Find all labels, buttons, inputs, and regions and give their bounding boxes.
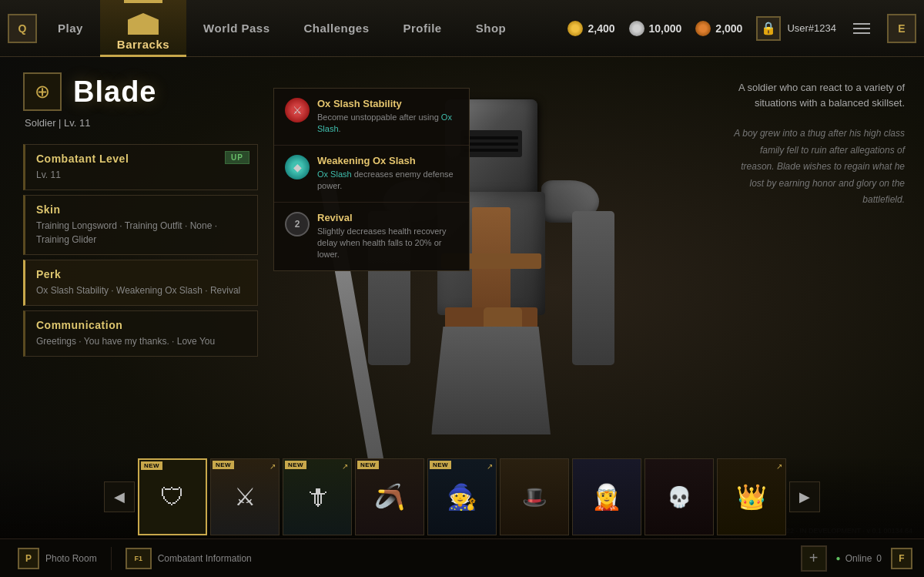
perk-tooltip: ⚔ Ox Slash Stability Become unstoppable … (273, 88, 470, 271)
perk-desc-3: Slightly decreases health recovery delay… (317, 226, 458, 261)
photo-room-action[interactable]: P Photo Room (4, 548, 111, 569)
perk-text-1: Ox Slash Stability Become unstoppable af… (317, 98, 458, 136)
perk-tooltip-item-1: ⚔ Ox Slash Stability Become unstoppable … (274, 89, 469, 146)
perk-tooltip-item-3: 2 Revival Slightly decreases health reco… (274, 203, 469, 270)
character-subtitle: Soldier | Lv. 11 (23, 117, 258, 129)
card-title: Combatant Level (36, 153, 246, 165)
character-description-short: A soldier who can react to a variety of … (728, 80, 905, 110)
bronze-icon (695, 21, 711, 36)
char-thumb-1[interactable]: ⚔ NEW ↗ (210, 458, 280, 535)
currency-bronze: 2,000 (695, 21, 742, 36)
char-thumb-8[interactable]: 👑 ↗ (717, 458, 786, 535)
user-icon: 🔒 (756, 16, 781, 41)
nav-item-worldpass[interactable]: World Pass (186, 0, 286, 57)
card-body: Lv. 11 (36, 168, 246, 182)
skin-card[interactable]: Skin Training Longsword · Training Outfi… (23, 195, 258, 255)
char-thumb-bg: 🗡 (283, 459, 351, 535)
p-key: P (18, 548, 39, 569)
nav-item-profile[interactable]: Profile (387, 0, 459, 57)
char-thumb-bg: 🧝 (573, 459, 641, 535)
f-key-button[interactable]: F (891, 548, 912, 569)
nav-item-shop[interactable]: Shop (459, 0, 524, 57)
char-thumb-bg: 👑 (718, 459, 785, 535)
add-button[interactable]: + (801, 545, 827, 572)
nav-item-challenges[interactable]: Challenges (287, 0, 387, 57)
perk-icon-grey: 2 (285, 212, 310, 237)
char-thumb-bg: 💀 (645, 459, 713, 535)
gold-icon (567, 21, 583, 36)
new-badge: NEW (213, 461, 234, 469)
up-badge: UP (225, 151, 249, 164)
nav-item-barracks[interactable]: Barracks (100, 0, 186, 57)
thumb-arrow: ↗ (487, 462, 493, 471)
nav-items: Play Barracks World Pass Challenges Prof… (41, 0, 567, 57)
card-title: Perk (36, 268, 246, 280)
perk-icon-teal: ◆ (285, 155, 310, 179)
communication-card[interactable]: Communication Greetings · You have my th… (23, 310, 258, 357)
char-thumb-bg: ⚔ (211, 459, 279, 535)
card-title: Skin (36, 203, 246, 216)
menu-line (853, 32, 870, 34)
user-info: 🔒 User#1234 (756, 16, 836, 41)
thumb-arrow: ↗ (776, 462, 782, 471)
combatant-level-card[interactable]: Combatant Level Lv. 11 UP (23, 144, 258, 190)
visor-slit (464, 143, 518, 146)
combatant-info-label: Combatant Information (158, 553, 252, 564)
char-thumb-4[interactable]: 🧙 NEW ↗ (427, 458, 497, 535)
perk-desc-2: Ox Slash decreases enemy defense power. (317, 169, 458, 193)
currency-gold: 2,400 (567, 21, 614, 36)
knight-arm-right (572, 211, 614, 365)
menu-line (853, 28, 870, 29)
perk-desc-1: Become unstoppable after using Ox Slash. (317, 112, 458, 136)
e-key-button[interactable]: E (887, 14, 916, 43)
character-description-long: A boy grew into a thug after his high cl… (728, 126, 905, 209)
online-status: ● Online 0 (836, 553, 882, 564)
f1-key: F1 (126, 548, 152, 569)
card-body: Greetings · You have my thanks. · Love Y… (36, 334, 246, 348)
bottom-right: + ● Online 0 F (801, 545, 924, 572)
perk-tooltip-item-2: ◆ Weakening Ox Slash Ox Slash decreases … (274, 146, 469, 203)
char-thumb-3[interactable]: 🪃 NEW (355, 458, 424, 535)
bottom-left-actions: P Photo Room F1 Combatant Information (0, 547, 266, 570)
perk-text-3: Revival Slightly decreases health recove… (317, 212, 458, 261)
bottom-bar: P Photo Room F1 Combatant Information + … (0, 538, 924, 577)
barracks-icon (128, 13, 159, 35)
perk-card[interactable]: Perk Ox Slash Stability · Weakening Ox S… (23, 260, 258, 306)
char-thumb-0[interactable]: 🛡 NEW (138, 458, 207, 535)
combatant-info-action[interactable]: F1 Combatant Information (112, 548, 266, 569)
char-thumb-bg: 🎩 (500, 459, 568, 535)
char-thumb-6[interactable]: 🧝 (572, 458, 641, 535)
char-thumb-bg: 🛡 (139, 460, 206, 534)
menu-button[interactable] (850, 20, 873, 37)
q-key-button[interactable]: Q (8, 14, 37, 43)
char-thumb-5[interactable]: 🎩 (500, 458, 569, 535)
visor-slit (464, 136, 518, 139)
top-navigation: Q Play Barracks World Pass Challenges Pr… (0, 0, 924, 57)
menu-line (853, 23, 870, 25)
char-thumb-bg: 🪃 (356, 459, 424, 535)
char-thumb-2[interactable]: 🗡 NEW ↗ (283, 458, 352, 535)
character-emblem (23, 72, 62, 111)
character-header: Blade (23, 72, 258, 111)
nav-right: 2,400 10,000 2,000 🔒 User#1234 (567, 16, 881, 41)
knight-visor-slits (464, 136, 518, 152)
knight-skirt (431, 327, 551, 434)
card-body: Training Longsword · Training Outfit · N… (36, 219, 246, 247)
visor-slit (464, 149, 518, 152)
currency-silver: 10,000 (629, 21, 682, 36)
card-body: Ox Slash Stability · Weakening Ox Slash … (36, 283, 246, 297)
online-dot: ● (836, 554, 841, 562)
character-name: Blade (73, 75, 156, 109)
character-strip: ◀ 🛡 NEW ⚔ NEW ↗ 🗡 NEW ↗ 🪃 NEW 🧙 NEW ↗ 🎩 … (0, 455, 924, 538)
char-strip-next[interactable]: ▶ (789, 481, 820, 512)
photo-room-label: Photo Room (45, 553, 97, 564)
perk-icon-red: ⚔ (285, 98, 310, 122)
new-badge: NEW (430, 461, 451, 469)
nav-item-play[interactable]: Play (41, 0, 100, 57)
thumb-arrow: ↗ (342, 462, 348, 471)
char-thumb-7[interactable]: 💀 (644, 458, 714, 535)
new-badge: NEW (285, 461, 306, 469)
new-badge: NEW (357, 461, 379, 469)
char-strip-prev[interactable]: ◀ (104, 481, 135, 512)
perk-text-2: Weakening Ox Slash Ox Slash decreases en… (317, 155, 458, 193)
